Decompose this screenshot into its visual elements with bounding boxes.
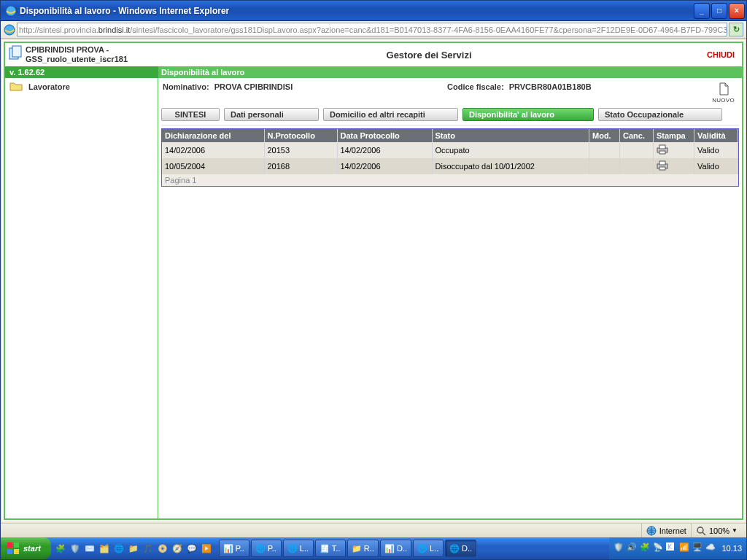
- cf-value: PRVCBR80A01B180B: [509, 82, 592, 91]
- svg-rect-5: [659, 145, 665, 149]
- cell-mod: [589, 142, 620, 158]
- header-strip: CPIBRINDISI PROVA - GSS_ruolo_utente_isc…: [5, 43, 742, 66]
- task-icon: 📊: [384, 544, 395, 553]
- page-title: Disponibilità al lavoro: [158, 68, 244, 77]
- sidebar-item-label: Lavoratore: [28, 82, 70, 91]
- ql-icon[interactable]: 📁: [127, 542, 140, 555]
- url-host: brindisi.it: [98, 26, 130, 34]
- task-label: P..: [268, 544, 276, 553]
- ql-icon[interactable]: 🧩: [54, 542, 67, 555]
- ql-icon[interactable]: 🗂️: [98, 542, 111, 555]
- svg-rect-6: [659, 151, 665, 154]
- tab-domicilio[interactable]: Domicilio ed altri recapiti: [323, 108, 458, 121]
- cell-data-protocollo: 14/02/2006: [337, 158, 432, 174]
- th-stato: Stato: [432, 129, 589, 142]
- tray-icon[interactable]: 🧩: [640, 542, 651, 554]
- maximize-button[interactable]: □: [711, 3, 727, 19]
- tab-sintesi[interactable]: SINTESI: [161, 108, 220, 121]
- ql-icon[interactable]: 📀: [156, 542, 169, 555]
- org-line1: CPIBRINDISI PROVA -: [26, 45, 128, 55]
- tab-dati-personali[interactable]: Dati personali: [224, 108, 319, 121]
- nuovo-button[interactable]: NUOVO: [712, 82, 735, 104]
- th-dichiarazione: Dichiarazione del: [162, 129, 264, 142]
- tab-stato-occupazionale[interactable]: Stato Occupazionale: [598, 108, 722, 121]
- svg-rect-3: [12, 46, 21, 57]
- task-icon: 🌐: [287, 544, 298, 553]
- cf-label: Codice fiscale:: [447, 82, 504, 91]
- body-row: Lavoratore Nominativo: PROVA CPIBRINDISI…: [5, 78, 742, 518]
- tray-icon[interactable]: 🖥️: [692, 542, 704, 554]
- svg-rect-9: [659, 167, 665, 170]
- ie-favicon-icon: [4, 24, 15, 36]
- url-input[interactable]: http://sintesi.provincia.brindisi.it/sin…: [17, 23, 727, 36]
- table-header-row: Dichiarazione del N.Protocollo Data Prot…: [162, 129, 738, 142]
- security-zone[interactable]: Internet: [641, 524, 691, 537]
- ql-icon[interactable]: 💬: [185, 542, 198, 555]
- cell-canc: [620, 142, 654, 158]
- go-button[interactable]: ↻: [729, 23, 743, 36]
- close-button[interactable]: ×: [729, 3, 745, 19]
- folder-icon: [9, 81, 23, 92]
- task-icon: 📊: [223, 544, 233, 553]
- taskbar-task[interactable]: 🌐L..: [413, 540, 444, 557]
- data-grid: Dichiarazione del N.Protocollo Data Prot…: [161, 128, 739, 187]
- pager: Pagina 1: [162, 174, 738, 186]
- table-row[interactable]: 14/02/2006 20153 14/02/2006 Occupato: [162, 142, 738, 158]
- cell-dichiarazione: 14/02/2006: [162, 142, 264, 158]
- tray-icon[interactable]: 🛡️: [614, 542, 625, 554]
- chiudi-link[interactable]: CHIUDI: [700, 50, 742, 59]
- tab-row: SINTESI Dati personali Domicilio ed altr…: [161, 105, 739, 124]
- window-title: Disponibilità al lavoro - Windows Intern…: [20, 6, 692, 16]
- chevron-down-icon: ▼: [732, 527, 738, 534]
- taskbar-task[interactable]: 🌐L..: [283, 540, 314, 557]
- cell-stampa[interactable]: [654, 158, 694, 174]
- taskbar-task[interactable]: 🌐D..: [445, 540, 476, 557]
- ie-icon: [5, 5, 17, 17]
- cell-validita: Valido: [694, 142, 738, 158]
- window-root: Disponibilità al lavoro - Windows Intern…: [0, 0, 747, 560]
- printer-icon: [657, 144, 668, 155]
- table-row[interactable]: 10/05/2004 20168 14/02/2006 Disoccupato …: [162, 158, 738, 174]
- cell-canc: [620, 158, 654, 174]
- green-bar: v. 1.62.62 Disponibilità al lavoro: [5, 66, 742, 78]
- tray-icon[interactable]: 📡: [653, 542, 665, 554]
- taskbar-task[interactable]: 🌐P..: [251, 540, 282, 557]
- task-label: D..: [397, 544, 407, 553]
- th-protocollo: N.Protocollo: [264, 129, 337, 142]
- org-icon: [8, 45, 23, 61]
- ql-icon[interactable]: ✉️: [83, 542, 96, 555]
- tray-icon[interactable]: 🔊: [627, 542, 638, 554]
- cell-stampa[interactable]: [654, 142, 694, 158]
- taskbar-task[interactable]: 📊P..: [219, 540, 249, 557]
- ql-icon[interactable]: ▶️: [200, 542, 213, 555]
- tab-disponibilita[interactable]: Disponibilita' al lavoro: [462, 108, 594, 121]
- th-data-protocollo: Data Protocollo: [337, 129, 432, 142]
- th-mod: Mod.: [589, 129, 620, 142]
- zone-label: Internet: [659, 526, 686, 535]
- org-block: CPIBRINDISI PROVA - GSS_ruolo_utente_isc…: [5, 44, 158, 66]
- ql-icon[interactable]: 🧭: [171, 542, 184, 555]
- taskbar-task[interactable]: 🧾T..: [315, 540, 346, 557]
- svg-rect-14: [14, 542, 19, 548]
- tray-icon[interactable]: ☁️: [705, 542, 717, 554]
- tray-icon[interactable]: 📶: [679, 542, 691, 554]
- start-button[interactable]: start: [1, 537, 51, 559]
- tray-icon[interactable]: 🅺: [666, 542, 678, 554]
- start-label: start: [23, 544, 41, 553]
- task-label: T..: [332, 544, 341, 553]
- ql-icon[interactable]: 🎵: [142, 542, 155, 555]
- zoom-control[interactable]: 100%▼: [691, 524, 742, 537]
- minimize-button[interactable]: _: [694, 3, 710, 19]
- ql-icon[interactable]: 🌐: [112, 542, 125, 555]
- info-row: Nominativo: PROVA CPIBRINDISI Codice fis…: [161, 79, 739, 105]
- task-icon: 🧾: [320, 544, 330, 553]
- cell-protocollo: 20168: [264, 158, 337, 174]
- window-titlebar: Disponibilità al lavoro - Windows Intern…: [1, 1, 746, 21]
- ql-icon[interactable]: 🛡️: [69, 542, 82, 555]
- taskbar-task[interactable]: 📁R..: [347, 540, 379, 557]
- taskbar-task[interactable]: 📊D..: [380, 540, 411, 557]
- task-label: D..: [462, 544, 472, 553]
- svg-line-12: [703, 532, 705, 535]
- cell-dichiarazione: 10/05/2004: [162, 158, 264, 174]
- sidebar-item-lavoratore[interactable]: Lavoratore: [5, 78, 158, 95]
